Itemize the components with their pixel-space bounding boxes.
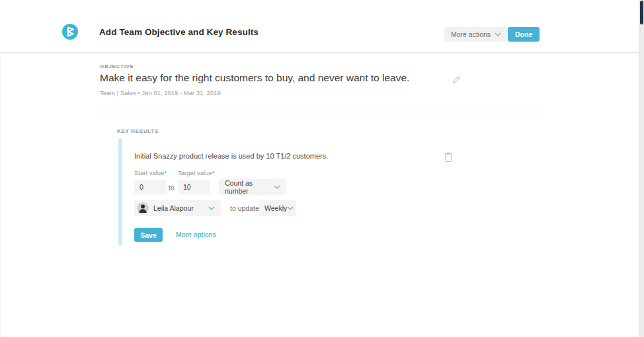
chevron-down-icon: [208, 206, 215, 210]
more-actions-label: More actions: [451, 30, 491, 38]
key-result-card: Initial Snazzy product release is used b…: [118, 139, 545, 245]
start-value-input[interactable]: [134, 180, 167, 194]
objective-section-label: OBJECTIVE: [100, 63, 134, 69]
chevron-down-icon: [495, 32, 501, 36]
scrollbar-thumb[interactable]: [640, 1, 643, 24]
key-results-section-label: KEY RESULTS: [117, 128, 159, 134]
required-marker: *: [164, 169, 167, 176]
betterworks-logo-icon[interactable]: [62, 24, 78, 40]
to-label: to: [169, 184, 175, 192]
target-value-input[interactable]: [178, 180, 210, 194]
scrollbar-track[interactable]: [639, 0, 644, 337]
more-actions-button[interactable]: More actions: [444, 27, 508, 42]
done-button[interactable]: Done: [508, 27, 540, 42]
page-title: Add Team Objective and Key Results: [99, 27, 259, 37]
owner-select[interactable]: Leila Alapour: [134, 200, 221, 216]
owner-avatar: [137, 202, 149, 214]
objective-meta: Team | Sales • Jan 01, 2019 - Mar 31, 20…: [100, 89, 221, 96]
edit-objective-pencil-icon[interactable]: [452, 75, 462, 85]
frequency-select[interactable]: Weekly: [259, 200, 296, 216]
more-options-link[interactable]: More options: [176, 231, 216, 239]
frequency-value: Weekly: [264, 204, 287, 212]
required-marker: *: [212, 169, 215, 176]
chevron-down-icon: [274, 185, 280, 189]
objective-title: Make it easy for the right customers to …: [100, 72, 470, 84]
main-content: OBJECTIVE Make it easy for the right cus…: [0, 53, 639, 337]
section-divider: [99, 112, 545, 112]
app-header: Add Team Objective and Key Results More …: [0, 0, 639, 53]
save-button[interactable]: Save: [134, 228, 163, 242]
key-result-description: Initial Snazzy product release is used b…: [134, 152, 425, 160]
owner-name: Leila Alapour: [153, 204, 208, 212]
chevron-down-icon: [287, 206, 294, 210]
metric-type-select[interactable]: Count as number: [219, 179, 286, 195]
metric-type-value: Count as number: [225, 179, 274, 195]
target-value-label: Target value*: [178, 169, 214, 176]
to-update-label: to update: [230, 204, 259, 212]
delete-key-result-trash-icon[interactable]: [444, 151, 453, 163]
start-value-label: Start value*: [134, 169, 167, 176]
